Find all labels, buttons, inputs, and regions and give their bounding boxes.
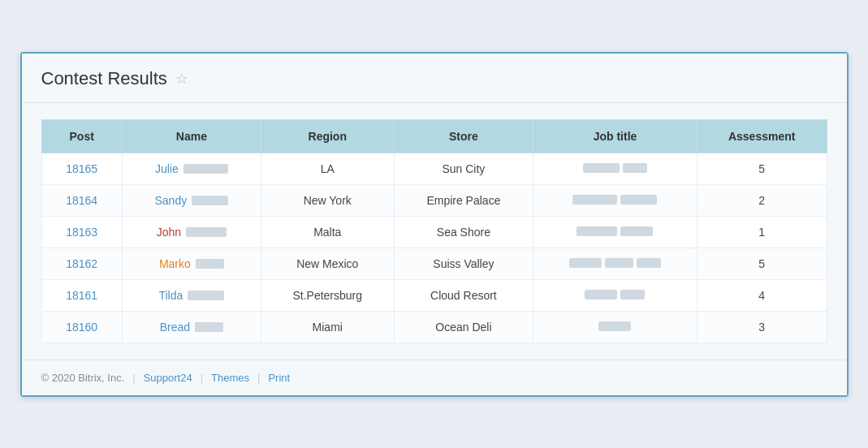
jobtitle-redacted (583, 163, 620, 173)
cell-region: New York (261, 184, 394, 216)
cell-name: Sandy (122, 184, 261, 216)
table-row: 18160BreadMiamiOcean Deli3 (41, 311, 827, 342)
jobtitle-redacted (620, 290, 645, 299)
jobtitle-redacted (623, 163, 647, 173)
star-icon[interactable]: ☆ (175, 70, 188, 88)
jobtitle-redacted (572, 195, 617, 205)
cell-store: Ocean Deli (394, 311, 533, 342)
post-link[interactable]: 18163 (66, 226, 97, 239)
table-row: 18161TildaSt.PetersburgCloud Resort4 (41, 279, 827, 311)
post-link[interactable]: 18164 (66, 194, 97, 207)
table-row: 18163JohnMaltaSea Shore1 (41, 216, 827, 248)
results-table: Post Name Region Store Job title Assessm… (41, 119, 827, 343)
cell-name: John (122, 216, 261, 248)
sep1: | (132, 372, 135, 384)
cell-assessment: 3 (697, 311, 827, 342)
name-link[interactable]: Bread (160, 321, 190, 334)
cell-region: New Mexico (261, 248, 394, 279)
page-title: Contest Results (41, 68, 167, 89)
footer: © 2020 Bitrix, Inc. | Support24 | Themes… (22, 360, 847, 395)
cell-assessment: 5 (697, 153, 827, 184)
cell-assessment: 2 (697, 184, 827, 216)
main-window: Contest Results ☆ Post Name Region Store… (20, 52, 849, 397)
table-row: 18165JulieLASun City5 (41, 153, 827, 184)
cell-name: Tilda (122, 279, 261, 311)
name-redacted (188, 291, 224, 300)
table-row: 18164SandyNew YorkEmpire Palace2 (41, 184, 827, 216)
cell-store: Empire Palace (394, 184, 533, 216)
cell-assessment: 4 (697, 279, 827, 311)
post-link[interactable]: 18160 (66, 321, 97, 334)
cell-name: Bread (122, 311, 261, 342)
jobtitle-redacted (598, 321, 631, 331)
footer-link-themes[interactable]: Themes (211, 372, 249, 384)
cell-post: 18164 (41, 184, 122, 216)
jobtitle-redacted (620, 195, 657, 205)
name-redacted (195, 322, 223, 332)
cell-post: 18163 (41, 216, 122, 248)
sep2: | (201, 372, 203, 384)
cell-region: Miami (261, 311, 394, 342)
cell-store: Suiss Valley (394, 248, 533, 279)
name-link[interactable]: Tilda (158, 289, 183, 302)
name-redacted (196, 259, 224, 269)
cell-jobtitle (533, 153, 697, 184)
col-region: Region (261, 119, 394, 153)
table-row: 18162MarkoNew MexicoSuiss Valley5 (41, 248, 827, 279)
jobtitle-redacted (605, 258, 633, 268)
cell-post: 18165 (41, 153, 122, 184)
footer-link-support24[interactable]: Support24 (144, 372, 192, 384)
table-container: Post Name Region Store Job title Assessm… (22, 103, 847, 360)
cell-region: St.Petersburg (261, 279, 394, 311)
cell-store: Sun City (394, 153, 533, 184)
jobtitle-redacted (637, 258, 661, 268)
name-link[interactable]: Julie (155, 162, 179, 175)
cell-store: Cloud Resort (394, 279, 533, 311)
post-link[interactable]: 18162 (66, 257, 97, 270)
cell-assessment: 5 (697, 248, 827, 279)
col-store: Store (394, 119, 533, 153)
table-header-row: Post Name Region Store Job title Assessm… (41, 119, 827, 153)
cell-region: Malta (261, 216, 394, 248)
cell-jobtitle (533, 279, 697, 311)
cell-jobtitle (533, 216, 697, 248)
name-link[interactable]: John (157, 226, 181, 239)
cell-region: LA (261, 153, 394, 184)
cell-jobtitle (533, 184, 697, 216)
cell-store: Sea Shore (394, 216, 533, 248)
footer-link-print[interactable]: Print (268, 372, 290, 384)
name-redacted (184, 164, 228, 174)
cell-post: 18161 (41, 279, 122, 311)
name-link[interactable]: Sandy (155, 194, 188, 207)
cell-post: 18162 (41, 248, 122, 279)
cell-name: Julie (122, 153, 261, 184)
sep3: | (257, 372, 260, 384)
cell-name: Marko (122, 248, 261, 279)
jobtitle-redacted (577, 226, 617, 236)
cell-jobtitle (533, 311, 697, 342)
cell-jobtitle (533, 248, 697, 279)
cell-post: 18160 (41, 311, 122, 342)
cell-assessment: 1 (697, 216, 827, 248)
col-name: Name (122, 119, 261, 153)
col-post: Post (41, 119, 122, 153)
jobtitle-redacted (585, 290, 617, 299)
header: Contest Results ☆ (22, 54, 847, 103)
post-link[interactable]: 18161 (66, 289, 97, 302)
jobtitle-redacted (569, 258, 602, 268)
name-redacted (186, 227, 227, 237)
post-link[interactable]: 18165 (66, 162, 97, 175)
jobtitle-redacted (620, 226, 653, 236)
name-link[interactable]: Marko (159, 257, 191, 270)
col-assessment: Assessment (697, 119, 827, 153)
copyright: © 2020 Bitrix, Inc. (41, 372, 125, 384)
name-redacted (192, 196, 228, 205)
col-jobtitle: Job title (533, 119, 697, 153)
